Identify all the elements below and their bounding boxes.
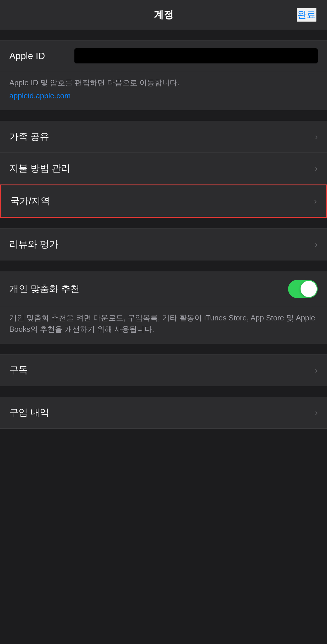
nav-title: 계정 xyxy=(154,8,174,22)
reviews-chevron: › xyxy=(315,239,318,249)
country-region-item[interactable]: 국가/지역 › xyxy=(0,184,327,218)
apple-id-row: Apple ID xyxy=(0,41,327,71)
purchase-history-section: 구입 내역 › xyxy=(0,397,327,429)
country-region-label: 국가/지역 xyxy=(10,195,50,207)
spacer-1 xyxy=(0,110,327,121)
family-sharing-item[interactable]: 가족 공유 › xyxy=(0,121,327,153)
subscription-item[interactable]: 구독 › xyxy=(0,354,327,386)
personalization-toggle-row: 개인 맞춤화 추천 xyxy=(0,271,327,307)
done-button[interactable]: 완료 xyxy=(297,8,317,22)
spacer-4 xyxy=(0,344,327,354)
country-region-chevron: › xyxy=(314,196,317,206)
spacer-top xyxy=(0,30,327,40)
reviews-label: 리뷰와 평가 xyxy=(9,238,58,251)
spacer-2 xyxy=(0,218,327,228)
reviews-section: 리뷰와 평가 › xyxy=(0,228,327,260)
subscription-section: 구독 › xyxy=(0,354,327,386)
personalization-toggle[interactable] xyxy=(288,280,318,298)
purchase-history-chevron: › xyxy=(315,408,318,418)
apple-id-label: Apple ID xyxy=(9,51,67,61)
purchase-history-item[interactable]: 구입 내역 › xyxy=(0,397,327,428)
payment-method-chevron: › xyxy=(315,164,318,173)
apple-id-value-redacted xyxy=(74,48,318,63)
apple-id-link[interactable]: appleid.apple.com xyxy=(9,91,71,100)
family-sharing-label: 가족 공유 xyxy=(9,130,49,143)
purchase-history-label: 구입 내역 xyxy=(9,406,49,419)
personalization-label: 개인 맞춤화 추천 xyxy=(9,283,80,295)
personalization-section: 개인 맞춤화 추천 개인 맞춤화 추천을 켜면 다운로드, 구입목록, 기타 활… xyxy=(0,271,327,344)
personalization-description: 개인 맞춤화 추천을 켜면 다운로드, 구입목록, 기타 활동이 iTunes … xyxy=(0,307,327,344)
family-payment-section: 가족 공유 › 지불 방법 관리 › 국가/지역 › xyxy=(0,121,327,218)
payment-method-item[interactable]: 지불 방법 관리 › xyxy=(0,153,327,184)
payment-method-label: 지불 방법 관리 xyxy=(9,162,70,175)
reviews-item[interactable]: 리뷰와 평가 › xyxy=(0,229,327,260)
navigation-bar: 계정 완료 xyxy=(0,0,327,30)
apple-id-section: Apple ID Apple ID 및 암호를 편집하면 다음으로 이동합니다.… xyxy=(0,40,327,110)
apple-id-info: Apple ID 및 암호를 편집하면 다음으로 이동합니다. appleid.… xyxy=(0,71,327,110)
spacer-3 xyxy=(0,260,327,271)
spacer-5 xyxy=(0,386,327,397)
apple-id-info-text: Apple ID 및 암호를 편집하면 다음으로 이동합니다. xyxy=(9,77,318,88)
subscription-chevron: › xyxy=(315,365,318,375)
subscription-label: 구독 xyxy=(9,364,28,377)
toggle-knob xyxy=(301,281,317,297)
family-sharing-chevron: › xyxy=(315,132,318,142)
